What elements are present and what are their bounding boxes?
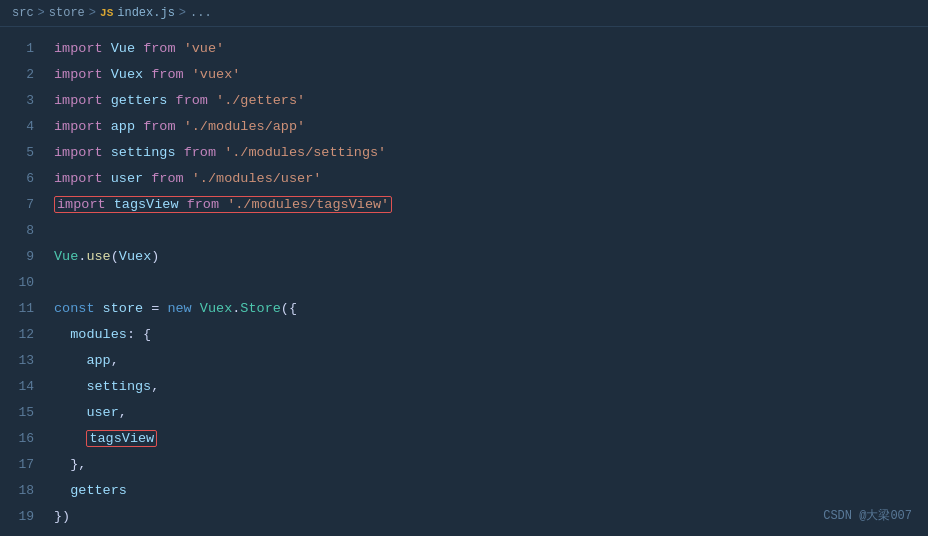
line-content: getters [50, 483, 928, 498]
line-content: import settings from './modules/settings… [50, 145, 928, 160]
line-number: 9 [0, 249, 50, 264]
line-number: 13 [0, 353, 50, 368]
line-content: settings, [50, 379, 928, 394]
line-number: 3 [0, 93, 50, 108]
line-content: import getters from './getters' [50, 93, 928, 108]
breadcrumb-store: store [49, 6, 85, 20]
line-number: 15 [0, 405, 50, 420]
code-line: 3import getters from './getters' [0, 87, 928, 113]
line-number: 19 [0, 509, 50, 524]
breadcrumb-file: index.js [117, 6, 175, 20]
line-number: 8 [0, 223, 50, 238]
line-number: 10 [0, 275, 50, 290]
code-line: 17 }, [0, 451, 928, 477]
code-line: 18 getters [0, 477, 928, 503]
line-content: app, [50, 353, 928, 368]
line-content: import Vue from 'vue' [50, 41, 928, 56]
line-content: modules: { [50, 327, 928, 342]
line-number: 6 [0, 171, 50, 186]
highlight-box: tagsView [86, 430, 157, 447]
line-number: 14 [0, 379, 50, 394]
line-number: 1 [0, 41, 50, 56]
line-content: import tagsView from './modules/tagsView… [50, 196, 928, 213]
line-number: 16 [0, 431, 50, 446]
breadcrumb-dots: ... [190, 6, 212, 20]
highlight-box: import tagsView from './modules/tagsView… [54, 196, 392, 213]
code-line: 12 modules: { [0, 321, 928, 347]
code-line: 7import tagsView from './modules/tagsVie… [0, 191, 928, 217]
code-line: 11const store = new Vuex.Store({ [0, 295, 928, 321]
line-content: tagsView [50, 430, 928, 447]
code-line: 14 settings, [0, 373, 928, 399]
line-number: 12 [0, 327, 50, 342]
code-line: 1import Vue from 'vue' [0, 35, 928, 61]
line-content: import user from './modules/user' [50, 171, 928, 186]
code-line: 15 user, [0, 399, 928, 425]
line-number: 4 [0, 119, 50, 134]
code-line: 10 [0, 269, 928, 295]
code-line: 16 tagsView [0, 425, 928, 451]
breadcrumb-sep-3: > [179, 6, 186, 20]
line-number: 5 [0, 145, 50, 160]
code-line: 5import settings from './modules/setting… [0, 139, 928, 165]
line-number: 17 [0, 457, 50, 472]
breadcrumb-bar: src > store > JS index.js > ... [0, 0, 928, 27]
breadcrumb-sep-2: > [89, 6, 96, 20]
code-line: 19}) [0, 503, 928, 529]
line-number: 11 [0, 301, 50, 316]
breadcrumb-js-icon: JS [100, 7, 113, 19]
line-content: const store = new Vuex.Store({ [50, 301, 928, 316]
line-content: import app from './modules/app' [50, 119, 928, 134]
line-number: 2 [0, 67, 50, 82]
code-line: 8 [0, 217, 928, 243]
breadcrumb-sep-1: > [38, 6, 45, 20]
code-line: 13 app, [0, 347, 928, 373]
line-number: 7 [0, 197, 50, 212]
watermark: CSDN @大梁007 [823, 507, 912, 524]
line-content: Vue.use(Vuex) [50, 249, 928, 264]
breadcrumb-src: src [12, 6, 34, 20]
code-container: 1import Vue from 'vue'2import Vuex from … [0, 27, 928, 533]
line-content: import Vuex from 'vuex' [50, 67, 928, 82]
line-content: }, [50, 457, 928, 472]
code-line: 9Vue.use(Vuex) [0, 243, 928, 269]
line-content: user, [50, 405, 928, 420]
code-line: 2import Vuex from 'vuex' [0, 61, 928, 87]
code-line: 4import app from './modules/app' [0, 113, 928, 139]
code-line: 6import user from './modules/user' [0, 165, 928, 191]
line-content: }) [50, 509, 928, 524]
line-number: 18 [0, 483, 50, 498]
